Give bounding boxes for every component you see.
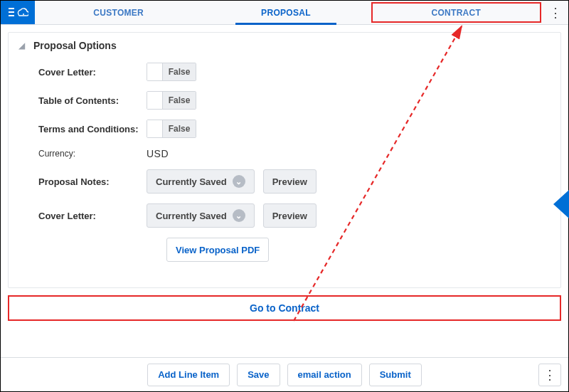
svg-point-3 bbox=[23, 14, 24, 15]
proposal-options-panel: ◢ Proposal Options Cover Letter: False T… bbox=[8, 32, 561, 288]
menu-button[interactable] bbox=[1, 1, 35, 24]
tab-proposal[interactable]: PROPOSAL bbox=[202, 1, 369, 24]
collapse-icon[interactable]: ◢ bbox=[18, 41, 25, 51]
terms-toggle[interactable]: False bbox=[147, 120, 196, 138]
panel-title: Proposal Options bbox=[33, 40, 117, 51]
cover-letter-label: Cover Letter: bbox=[18, 67, 147, 78]
tab-contract[interactable]: CONTRACT bbox=[371, 2, 541, 23]
bottom-toolbar: Add Line Item Save email action Submit ⋮ bbox=[1, 357, 568, 391]
bottom-kebab-menu[interactable]: ⋮ bbox=[538, 364, 561, 386]
top-kebab-menu[interactable]: ⋮ bbox=[543, 1, 568, 24]
chevron-down-icon: ⌄ bbox=[233, 209, 245, 222]
notes-preview-button[interactable]: Preview bbox=[263, 169, 317, 194]
cover-letter-status-button[interactable]: Currently Saved ⌄ bbox=[147, 203, 255, 228]
email-action-button[interactable]: email action bbox=[287, 364, 362, 386]
toggle-value: False bbox=[163, 63, 196, 80]
currency-label: Currency: bbox=[18, 149, 147, 159]
save-button[interactable]: Save bbox=[237, 364, 280, 386]
kebab-icon: ⋮ bbox=[543, 367, 556, 383]
cover-letter-status-text: Currently Saved bbox=[156, 211, 227, 221]
cover-letter2-label: Cover Letter: bbox=[18, 211, 147, 221]
tab-customer[interactable]: CUSTOMER bbox=[35, 1, 202, 24]
notes-label: Proposal Notes: bbox=[18, 176, 147, 187]
kebab-icon: ⋮ bbox=[549, 5, 562, 21]
view-proposal-pdf-button[interactable]: View Proposal PDF bbox=[166, 238, 269, 262]
submit-button[interactable]: Submit bbox=[369, 364, 422, 386]
toc-label: Table of Contents: bbox=[18, 95, 147, 106]
terms-label: Terms and Conditions: bbox=[18, 124, 147, 134]
tab-strip: CUSTOMER PROPOSAL CONTRACT bbox=[35, 1, 543, 24]
top-bar: CUSTOMER PROPOSAL CONTRACT ⋮ bbox=[1, 1, 568, 25]
notes-status-text: Currently Saved bbox=[156, 176, 227, 187]
toggle-value: False bbox=[163, 120, 196, 137]
go-to-contract-button[interactable]: Go to Contract bbox=[8, 295, 561, 321]
cover-letter-toggle[interactable]: False bbox=[147, 63, 196, 81]
menu-cloud-icon bbox=[7, 6, 28, 20]
chevron-down-icon: ⌄ bbox=[233, 175, 245, 188]
toc-toggle[interactable]: False bbox=[147, 91, 196, 110]
toggle-value: False bbox=[163, 92, 196, 109]
notes-status-button[interactable]: Currently Saved ⌄ bbox=[147, 169, 255, 194]
add-line-item-button[interactable]: Add Line Item bbox=[147, 364, 230, 386]
cover-letter-preview-button[interactable]: Preview bbox=[263, 203, 317, 228]
currency-value: USD bbox=[147, 148, 169, 159]
